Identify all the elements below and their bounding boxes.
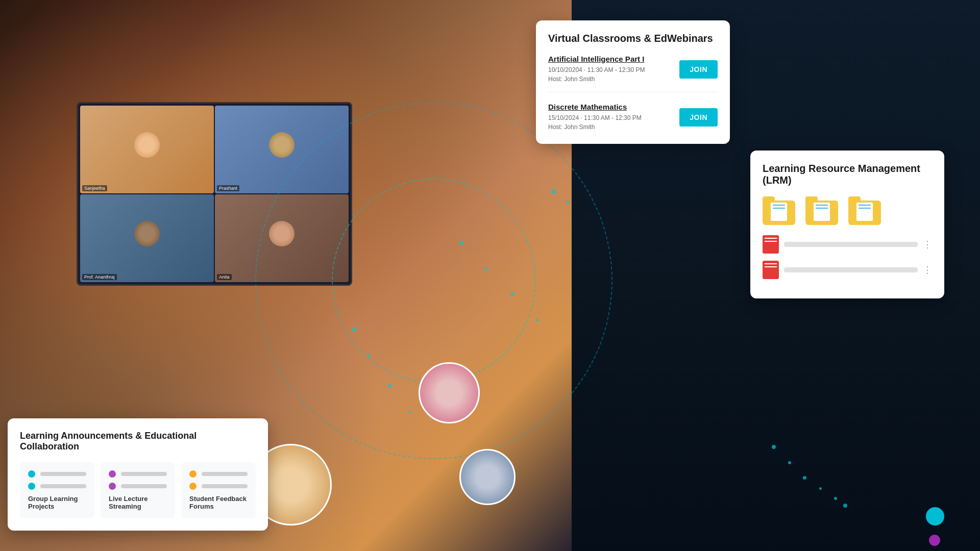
tile-label-1: Sanjeetha (82, 185, 107, 191)
dot-3a (189, 470, 197, 478)
cat-item-3b (189, 483, 248, 490)
cat-item-2a (109, 470, 167, 478)
tile-label-3: Prof. Ananthraj (82, 274, 117, 280)
person-3 (134, 221, 160, 246)
announcements-title: Learning Announcements & Educational Col… (20, 431, 256, 452)
dot-1b (28, 483, 35, 490)
purple-accent-dot (929, 535, 940, 546)
virtual-classrooms-card: Virtual Classrooms & EdWebinars Artifici… (536, 20, 730, 144)
category-live-lecture: Live Lecture Streaming (101, 462, 175, 518)
session-item-1: Artificial Intelligence Part I 10/10/202… (548, 55, 718, 92)
file-item-2: ⋮ (763, 261, 932, 279)
session-name-1: Artificial Intelligence Part I (548, 55, 645, 63)
file-bar-2 (784, 267, 918, 272)
lrm-title: Learning Resource Management (LRM) (763, 163, 932, 186)
folder-doc-1 (771, 203, 787, 221)
trail-dot (408, 411, 411, 413)
folder-body-1 (763, 201, 795, 225)
file-more-2[interactable]: ⋮ (923, 264, 932, 276)
join-button-1[interactable]: JOIN (679, 60, 718, 79)
avatar-man-2 (459, 449, 516, 505)
trail-dot (459, 241, 463, 245)
folder-icon-2[interactable] (805, 196, 838, 225)
session-host-1: Host: John Smith (548, 74, 645, 84)
line-1a (40, 472, 86, 476)
lrm-card: Learning Resource Management (LRM) ⋮ (750, 151, 944, 298)
file-icon-2 (763, 261, 779, 279)
folder-row (763, 196, 932, 225)
trail-dot (510, 292, 514, 296)
dot-2b (109, 483, 116, 490)
file-more-1[interactable]: ⋮ (923, 239, 932, 250)
category-label-3: Student Feedback Forums (189, 495, 248, 510)
virtual-classrooms-title: Virtual Classrooms & EdWebinars (548, 33, 718, 44)
category-label-1: Group Learning Projects (28, 495, 86, 510)
folder-doc-2 (814, 203, 830, 221)
line-3b (202, 484, 248, 488)
dot-1a (28, 470, 35, 478)
dashed-circle-small (332, 179, 536, 383)
trail-dot (834, 497, 837, 500)
folder-body-2 (805, 201, 838, 225)
category-label-2: Live Lecture Streaming (109, 495, 167, 510)
cat-item-1b (28, 483, 86, 490)
file-item-1: ⋮ (763, 235, 932, 254)
announcements-card: Learning Announcements & Educational Col… (8, 418, 268, 531)
trail-dot (803, 476, 806, 480)
person-2 (269, 132, 295, 158)
tile-label-4: Anita (217, 274, 232, 280)
trail-dot (819, 487, 822, 490)
line-1b (40, 484, 86, 488)
avatar-woman (419, 362, 480, 423)
category-feedback: Student Feedback Forums (181, 462, 256, 518)
cat-item-1a (28, 470, 86, 478)
session-item-2: Discrete Mathematics 15/10/2024 · 11:30 … (548, 103, 718, 132)
folder-doc-3 (856, 203, 873, 221)
teal-accent-dot (926, 507, 944, 525)
session-date-2: 15/10/2024 · 11:30 AM - 12:30 PM (548, 113, 642, 122)
session-info-2: Discrete Mathematics 15/10/2024 · 11:30 … (548, 103, 642, 132)
session-info-1: Artificial Intelligence Part I 10/10/202… (548, 55, 645, 84)
trail-dot (551, 189, 556, 194)
trail-dot (388, 384, 391, 388)
trail-dot (788, 461, 791, 464)
folder-icon-3[interactable] (848, 196, 881, 225)
cat-item-3a (189, 470, 248, 478)
trail-dot (536, 319, 538, 321)
trail-dot (368, 354, 371, 357)
folder-body-3 (848, 201, 881, 225)
dot-3b (189, 483, 197, 490)
line-2b (121, 484, 167, 488)
session-host-2: Host: John Smith (548, 122, 642, 132)
session-name-2: Discrete Mathematics (548, 103, 642, 111)
trail-dot (772, 445, 776, 449)
category-group-learning: Group Learning Projects (20, 462, 94, 518)
folder-icon-1[interactable] (763, 196, 795, 225)
file-icon-1 (763, 235, 779, 254)
session-date-1: 10/10/20204 · 11:30 AM - 12:30 PM (548, 65, 645, 74)
person-1 (134, 132, 160, 158)
trail-dot (567, 201, 570, 204)
trail-dot (485, 267, 488, 270)
video-tile-3: Prof. Ananthraj (80, 194, 214, 282)
trail-dot (352, 328, 356, 332)
line-3a (202, 472, 248, 476)
line-2a (121, 472, 167, 476)
announcements-categories: Group Learning Projects Live Lecture Str… (20, 462, 256, 518)
dot-2a (109, 470, 116, 478)
trail-dot (843, 504, 847, 508)
join-button-2[interactable]: JOIN (679, 108, 718, 127)
video-tile-1: Sanjeetha (80, 106, 214, 193)
cat-item-2b (109, 483, 167, 490)
file-bar-1 (784, 242, 918, 247)
tile-label-2: Prashant (217, 185, 239, 191)
